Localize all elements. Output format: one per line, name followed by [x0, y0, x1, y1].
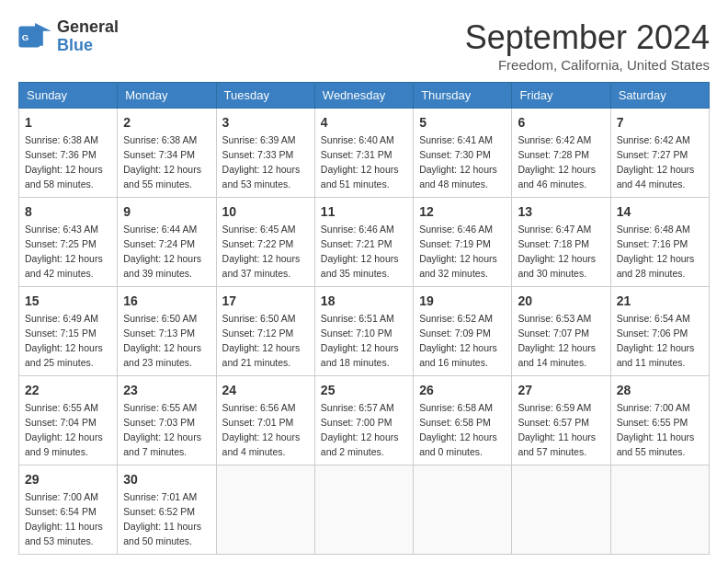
day-23: 23Sunrise: 6:55 AMSunset: 7:03 PMDayligh… [118, 376, 216, 465]
day-12: 12Sunrise: 6:46 AMSunset: 7:19 PMDayligh… [414, 198, 512, 287]
day-26: 26Sunrise: 6:58 AMSunset: 6:58 PMDayligh… [414, 376, 512, 465]
logo-line2: Blue [57, 37, 119, 55]
logo-icon: G [18, 23, 51, 51]
logo: G General Blue [18, 18, 119, 55]
header-tuesday: Tuesday [216, 83, 314, 109]
header-saturday: Saturday [610, 83, 709, 109]
month-title: September 2024 [465, 18, 710, 57]
empty-cell [610, 465, 709, 555]
day-4: 4Sunrise: 6:40 AMSunset: 7:31 PMDaylight… [314, 109, 413, 198]
empty-cell [414, 465, 512, 555]
logo-text: General Blue [57, 18, 119, 55]
day-13: 13Sunrise: 6:47 AMSunset: 7:18 PMDayligh… [512, 198, 610, 287]
empty-cell [216, 465, 314, 555]
day-28: 28Sunrise: 7:00 AMSunset: 6:55 PMDayligh… [610, 376, 709, 465]
header-sunday: Sunday [19, 83, 118, 109]
day-3: 3Sunrise: 6:39 AMSunset: 7:33 PMDaylight… [216, 109, 314, 198]
day-10: 10Sunrise: 6:45 AMSunset: 7:22 PMDayligh… [216, 198, 314, 287]
header-thursday: Thursday [414, 83, 512, 109]
day-21: 21Sunrise: 6:54 AMSunset: 7:06 PMDayligh… [610, 287, 709, 376]
header-wednesday: Wednesday [314, 83, 413, 109]
day-14: 14Sunrise: 6:48 AMSunset: 7:16 PMDayligh… [610, 198, 709, 287]
title-section: September 2024 Freedom, California, Unit… [465, 18, 710, 73]
header-friday: Friday [512, 83, 610, 109]
day-27: 27Sunrise: 6:59 AMSunset: 6:57 PMDayligh… [512, 376, 610, 465]
weekday-header-row: Sunday Monday Tuesday Wednesday Thursday… [19, 83, 710, 109]
day-6: 6Sunrise: 6:42 AMSunset: 7:28 PMDaylight… [512, 109, 610, 198]
header-monday: Monday [118, 83, 216, 109]
day-8: 8Sunrise: 6:43 AMSunset: 7:25 PMDaylight… [19, 198, 118, 287]
empty-cell [314, 465, 413, 555]
day-19: 19Sunrise: 6:52 AMSunset: 7:09 PMDayligh… [414, 287, 512, 376]
table-row: 15Sunrise: 6:49 AMSunset: 7:15 PMDayligh… [19, 287, 710, 376]
day-18: 18Sunrise: 6:51 AMSunset: 7:10 PMDayligh… [314, 287, 413, 376]
day-16: 16Sunrise: 6:50 AMSunset: 7:13 PMDayligh… [118, 287, 216, 376]
logo-line1: General [57, 18, 119, 37]
day-22: 22Sunrise: 6:55 AMSunset: 7:04 PMDayligh… [19, 376, 118, 465]
day-15: 15Sunrise: 6:49 AMSunset: 7:15 PMDayligh… [19, 287, 118, 376]
day-17: 17Sunrise: 6:50 AMSunset: 7:12 PMDayligh… [216, 287, 314, 376]
day-29: 29Sunrise: 7:00 AMSunset: 6:54 PMDayligh… [19, 465, 118, 555]
day-25: 25Sunrise: 6:57 AMSunset: 7:00 PMDayligh… [314, 376, 413, 465]
empty-cell [512, 465, 610, 555]
day-24: 24Sunrise: 6:56 AMSunset: 7:01 PMDayligh… [216, 376, 314, 465]
svg-text:G: G [22, 32, 29, 42]
day-9: 9Sunrise: 6:44 AMSunset: 7:24 PMDaylight… [118, 198, 216, 287]
day-5: 5Sunrise: 6:41 AMSunset: 7:30 PMDaylight… [414, 109, 512, 198]
day-2: 2Sunrise: 6:38 AMSunset: 7:34 PMDaylight… [118, 109, 216, 198]
location: Freedom, California, United States [465, 57, 710, 73]
table-row: 29Sunrise: 7:00 AMSunset: 6:54 PMDayligh… [19, 465, 710, 555]
table-row: 22Sunrise: 6:55 AMSunset: 7:04 PMDayligh… [19, 376, 710, 465]
page-header: G General Blue September 2024 Freedom, C… [18, 18, 710, 73]
day-20: 20Sunrise: 6:53 AMSunset: 7:07 PMDayligh… [512, 287, 610, 376]
day-11: 11Sunrise: 6:46 AMSunset: 7:21 PMDayligh… [314, 198, 413, 287]
day-7: 7Sunrise: 6:42 AMSunset: 7:27 PMDaylight… [610, 109, 709, 198]
table-row: 1Sunrise: 6:38 AMSunset: 7:36 PMDaylight… [19, 109, 710, 198]
svg-marker-1 [35, 23, 51, 46]
day-30: 30Sunrise: 7:01 AMSunset: 6:52 PMDayligh… [118, 465, 216, 555]
calendar: Sunday Monday Tuesday Wednesday Thursday… [18, 82, 710, 555]
day-1: 1Sunrise: 6:38 AMSunset: 7:36 PMDaylight… [19, 109, 118, 198]
table-row: 8Sunrise: 6:43 AMSunset: 7:25 PMDaylight… [19, 198, 710, 287]
